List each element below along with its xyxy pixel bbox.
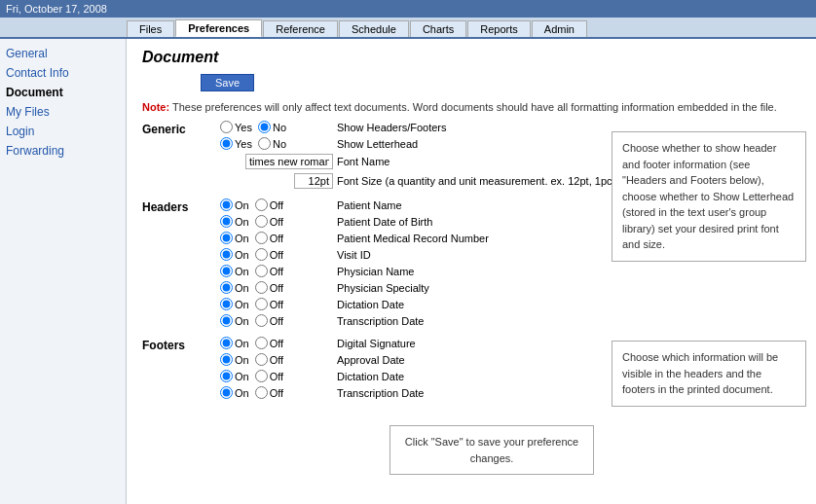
tooltip-generic: Choose whether to show header and footer… (612, 131, 806, 262)
tab-reference[interactable]: Reference (263, 20, 338, 37)
headers-label: Headers (142, 198, 220, 331)
hphn-on[interactable] (220, 265, 233, 277)
hpn-on[interactable] (220, 198, 233, 211)
headers-footers-desc: Show Headers/Footers (337, 122, 447, 133)
hpm-off[interactable] (255, 232, 268, 244)
tab-charts[interactable]: Charts (410, 20, 466, 37)
ftd-off[interactable] (255, 386, 268, 399)
generic-label: Generic (142, 121, 220, 193)
font-name-input[interactable] (245, 154, 333, 169)
note-label: Note: (142, 101, 169, 113)
footers-label: Footers (142, 337, 220, 403)
hpd-off[interactable] (255, 215, 268, 228)
fad-off[interactable] (255, 353, 268, 366)
fad-on[interactable] (220, 353, 233, 366)
tooltip-headers: Choose which information will be visible… (612, 341, 806, 407)
hpn-off[interactable] (255, 198, 268, 211)
sidebar-item-my-files[interactable]: My Files (6, 105, 120, 119)
letterhead-desc: Show Letterhead (337, 138, 418, 150)
hpm-on[interactable] (220, 232, 233, 244)
hpd-on[interactable] (220, 215, 233, 228)
show-headers-footers-radios: Yes No (220, 121, 337, 133)
note-content: These preferences will only affect text … (172, 101, 777, 113)
ftd-on[interactable] (220, 386, 233, 399)
header-transcription-date-row: On Off Transcription Date (220, 314, 800, 327)
tab-schedule[interactable]: Schedule (339, 20, 409, 37)
tooltip-generic-text: Choose whether to show header and footer… (622, 142, 794, 250)
htd-off[interactable] (255, 314, 268, 327)
tab-preferences[interactable]: Preferences (175, 19, 262, 37)
fdd-on[interactable] (220, 370, 233, 382)
footer-transcription-date-desc: Transcription Date (337, 387, 424, 399)
hps-off[interactable] (255, 281, 268, 294)
sidebar-item-document[interactable]: Document (6, 86, 120, 99)
hphn-off[interactable] (255, 265, 268, 277)
fdd-off[interactable] (255, 370, 268, 382)
sidebar: General Contact Info Document My Files L… (0, 39, 127, 504)
hvi-off[interactable] (255, 248, 268, 261)
letterhead-yes[interactable] (220, 137, 233, 150)
footer-dictation-date-desc: Dictation Date (337, 371, 404, 382)
headers-footers-yes[interactable] (220, 121, 233, 133)
patient-mrn-desc: Patient Medical Record Number (337, 233, 489, 244)
tab-files[interactable]: Files (127, 20, 174, 37)
sidebar-item-forwarding[interactable]: Forwarding (6, 144, 120, 158)
tab-admin[interactable]: Admin (532, 20, 587, 37)
sidebar-item-general[interactable]: General (6, 47, 120, 60)
header-physician-specialty-row: On Off Physician Specialty (220, 281, 800, 294)
sidebar-item-contact-info[interactable]: Contact Info (6, 66, 120, 80)
top-bar: Fri, October 17, 2008 (0, 0, 816, 18)
header-dictation-date-row: On Off Dictation Date (220, 298, 800, 310)
fds-on[interactable] (220, 337, 233, 349)
font-size-input-container (220, 173, 337, 189)
approval-date-desc: Approval Date (337, 354, 405, 366)
physician-name-desc: Physician Name (337, 266, 414, 277)
transcription-date-desc: Transcription Date (337, 315, 424, 327)
page-title: Document (142, 49, 800, 66)
font-name-desc: Font Name (337, 156, 389, 167)
hvi-on[interactable] (220, 248, 233, 261)
tooltip-headers-text: Choose which information will be visible… (622, 351, 778, 395)
sidebar-item-login[interactable]: Login (6, 125, 120, 138)
dictation-date-desc: Dictation Date (337, 299, 404, 310)
hps-on[interactable] (220, 281, 233, 294)
save-button[interactable]: Save (201, 74, 254, 91)
main-layout: General Contact Info Document My Files L… (0, 39, 816, 504)
physician-specialty-desc: Physician Specialty (337, 282, 429, 294)
digital-sig-desc: Digital Signature (337, 338, 416, 349)
hdd-off[interactable] (255, 298, 268, 310)
letterhead-no[interactable] (258, 137, 271, 150)
hdd-on[interactable] (220, 298, 233, 310)
font-size-input[interactable] (294, 173, 333, 189)
patient-dob-desc: Patient Date of Birth (337, 216, 432, 228)
tooltip-save: Click "Save" to save your preference cha… (389, 425, 594, 475)
font-name-input-container (220, 154, 337, 169)
headers-footers-no[interactable] (258, 121, 271, 133)
htd-on[interactable] (220, 314, 233, 327)
visit-id-desc: Visit ID (337, 249, 371, 261)
tooltip-save-text: Click "Save" to save your preference cha… (405, 436, 578, 464)
note-text: Note: These preferences will only affect… (142, 101, 800, 113)
tab-reports[interactable]: Reports (467, 20, 531, 37)
fds-off[interactable] (255, 337, 268, 349)
nav-tabs: Files Preferences Reference Schedule Cha… (0, 18, 816, 39)
header-physician-name-row: On Off Physician Name (220, 265, 800, 277)
patient-name-desc: Patient Name (337, 199, 402, 211)
show-letterhead-radios: Yes No (220, 137, 337, 150)
content-area: Document Save Note: These preferences wi… (127, 39, 816, 504)
top-bar-date: Fri, October 17, 2008 (6, 3, 107, 15)
